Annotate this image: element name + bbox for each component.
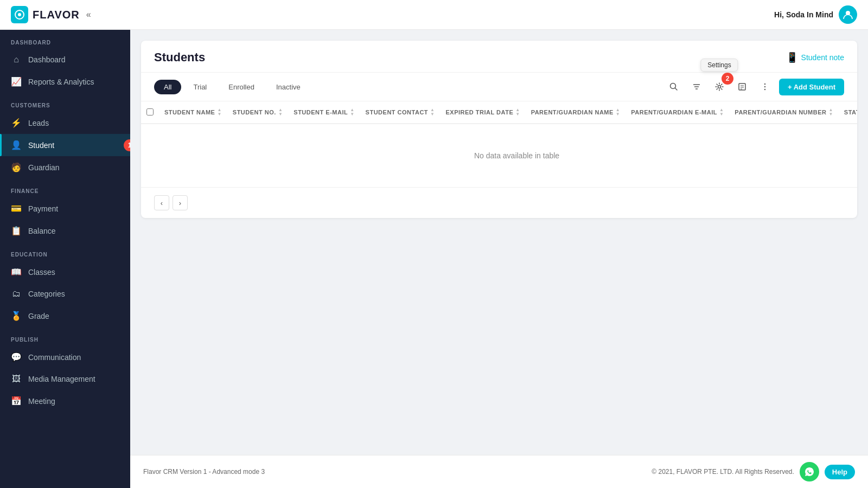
svg-point-8 bbox=[718, 86, 721, 88]
help-button[interactable]: Help bbox=[825, 465, 855, 479]
student-note-button[interactable]: 📱 Student note bbox=[786, 52, 844, 63]
balance-icon: 📋 bbox=[11, 226, 22, 236]
column-header-student-name[interactable]: STUDENT NAME ▲▼ bbox=[159, 101, 227, 124]
column-header-guardian-name[interactable]: PARENT/GUARDIAN NAME ▲▼ bbox=[526, 101, 626, 124]
sort-arrows-student-contact: ▲▼ bbox=[430, 108, 435, 117]
sidebar-item-label-balance: Balance bbox=[28, 227, 56, 235]
tab-enrolled[interactable]: Enrolled bbox=[219, 80, 264, 94]
sidebar-item-dashboard[interactable]: ⌂Dashboard bbox=[0, 49, 130, 70]
table-body: No data available in table bbox=[141, 124, 857, 187]
whatsapp-button[interactable] bbox=[800, 462, 819, 481]
add-student-button[interactable]: + Add Student bbox=[779, 79, 844, 95]
media-icon: 🖼 bbox=[11, 374, 22, 384]
tab-trial[interactable]: Trial bbox=[183, 80, 216, 94]
dashboard-icon: ⌂ bbox=[11, 55, 22, 65]
column-header-student-contact[interactable]: STUDENT CONTACT ▲▼ bbox=[360, 101, 441, 124]
guardian-icon: 🧑 bbox=[11, 162, 22, 172]
sidebar-item-payment[interactable]: 💳Payment bbox=[0, 197, 130, 220]
logo: FLAVOR bbox=[11, 6, 80, 23]
avatar[interactable] bbox=[839, 5, 857, 24]
sort-arrows-expired-trial: ▲▼ bbox=[515, 108, 520, 117]
note-icon: 📱 bbox=[786, 52, 798, 63]
page-area: Students 📱 Student note AllTrialEnrolled… bbox=[130, 30, 868, 455]
tab-inactive[interactable]: Inactive bbox=[266, 80, 310, 94]
svg-point-14 bbox=[764, 86, 765, 87]
filter-button[interactable] bbox=[688, 78, 705, 95]
top-navigation: FLAVOR « Hi, Soda In Mind bbox=[0, 0, 868, 30]
more-options-button[interactable] bbox=[756, 78, 774, 95]
student-icon: 👤 bbox=[11, 140, 22, 150]
sidebar-item-label-leads: Leads bbox=[28, 119, 49, 127]
sidebar-item-reports[interactable]: 📈Reports & Analytics bbox=[0, 70, 130, 93]
column-header-student-no[interactable]: STUDENT NO. ▲▼ bbox=[227, 101, 288, 124]
sidebar-item-communication[interactable]: 💬Communication bbox=[0, 346, 130, 368]
version-text: Flavor CRM Version 1 - Advanced mode 3 bbox=[143, 468, 265, 476]
sidebar-item-guardian[interactable]: 🧑Guardian bbox=[0, 156, 130, 178]
sort-arrows-student-no: ▲▼ bbox=[278, 108, 283, 117]
sidebar-item-label-classes: Classes bbox=[28, 268, 55, 277]
search-button[interactable] bbox=[665, 78, 682, 95]
next-page-button[interactable]: › bbox=[173, 195, 188, 210]
sidebar-item-label-payment: Payment bbox=[28, 204, 58, 213]
page-title: Students bbox=[154, 50, 205, 65]
collapse-button[interactable]: « bbox=[86, 10, 91, 20]
main-layout: DASHBOARD⌂Dashboard📈Reports & AnalyticsC… bbox=[0, 30, 868, 488]
column-header-status[interactable]: STATUS ▲▼ • bbox=[839, 101, 857, 124]
footer-right: © 2021, FLAVOR PTE. LTD. All Rights Rese… bbox=[652, 462, 855, 481]
column-header-expired-trial[interactable]: EXPIRED TRIAL DATE ▲▼ bbox=[441, 101, 526, 124]
sidebar-item-label-media: Media Management bbox=[28, 375, 95, 383]
sort-arrows-student-name: ▲▼ bbox=[217, 108, 221, 117]
sidebar-item-label-grade: Grade bbox=[28, 312, 49, 320]
settings-tooltip: Settings bbox=[700, 59, 738, 72]
categories-icon: 🗂 bbox=[11, 289, 22, 299]
tabs-actions: Settings 2 bbox=[665, 78, 844, 95]
sidebar-item-label-reports: Reports & Analytics bbox=[28, 78, 94, 86]
sidebar-item-student[interactable]: 👤Student1 bbox=[0, 134, 130, 156]
empty-row: No data available in table bbox=[141, 124, 857, 187]
sort-arrows-guardian-name: ▲▼ bbox=[616, 108, 620, 117]
sidebar-item-leads[interactable]: ⚡Leads bbox=[0, 112, 130, 134]
sort-arrows-guardian-number: ▲▼ bbox=[828, 108, 833, 117]
select-all-checkbox[interactable] bbox=[146, 108, 154, 115]
column-header-guardian-email[interactable]: PARENT/GUARDIAN E-MAIL ▲▼ bbox=[626, 101, 729, 124]
tabs: AllTrialEnrolledInactive bbox=[154, 80, 310, 94]
sidebar: DASHBOARD⌂Dashboard📈Reports & AnalyticsC… bbox=[0, 30, 130, 488]
sidebar-section-finance: FINANCE bbox=[0, 178, 130, 197]
sidebar-item-label-meeting: Meeting bbox=[28, 397, 55, 406]
svg-point-1 bbox=[18, 13, 21, 16]
students-card: Students 📱 Student note AllTrialEnrolled… bbox=[141, 41, 857, 218]
sidebar-item-media[interactable]: 🖼Media Management bbox=[0, 368, 130, 390]
svg-point-15 bbox=[764, 89, 765, 90]
sidebar-item-categories[interactable]: 🗂Categories bbox=[0, 283, 130, 305]
export-button[interactable] bbox=[733, 78, 751, 95]
sidebar-item-meeting[interactable]: 📅Meeting bbox=[0, 390, 130, 412]
sidebar-item-label-communication: Communication bbox=[28, 353, 81, 362]
reports-icon: 📈 bbox=[11, 76, 22, 87]
sidebar-section-publish: PUBLISH bbox=[0, 327, 130, 346]
nav-right: Hi, Soda In Mind bbox=[774, 5, 857, 24]
sidebar-item-label-dashboard: Dashboard bbox=[28, 55, 66, 64]
sidebar-item-label-categories: Categories bbox=[28, 290, 65, 298]
sidebar-item-label-student: Student bbox=[28, 141, 54, 150]
sidebar-item-balance[interactable]: 📋Balance bbox=[0, 220, 130, 242]
sidebar-section-education: EDUCATION bbox=[0, 242, 130, 261]
no-data-message: No data available in table bbox=[141, 124, 857, 187]
header-row: STUDENT NAME ▲▼ STUDENT NO. ▲▼ bbox=[141, 101, 857, 124]
checkbox-header bbox=[141, 101, 159, 124]
greeting-text: Hi, Soda In Mind bbox=[774, 10, 833, 19]
sidebar-section-dashboard: DASHBOARD bbox=[0, 30, 130, 49]
table-area: STUDENT NAME ▲▼ STUDENT NO. ▲▼ bbox=[141, 101, 857, 187]
sidebar-item-label-guardian: Guardian bbox=[28, 163, 60, 172]
card-header: Students 📱 Student note bbox=[141, 41, 857, 73]
pagination: ‹ › bbox=[141, 187, 857, 218]
sidebar-item-classes[interactable]: 📖Classes bbox=[0, 261, 130, 283]
column-header-guardian-number[interactable]: PARENT/GUARDIAN NUMBER ▲▼ bbox=[729, 101, 839, 124]
nav-left: FLAVOR « bbox=[11, 6, 91, 23]
tab-all[interactable]: All bbox=[154, 80, 181, 94]
communication-icon: 💬 bbox=[11, 352, 22, 362]
prev-page-button[interactable]: ‹ bbox=[154, 195, 169, 210]
settings-wrapper: Settings 2 bbox=[711, 78, 728, 95]
column-header-student-email[interactable]: STUDENT E-MAIL ▲▼ bbox=[288, 101, 360, 124]
badge-1: 1 bbox=[124, 139, 130, 151]
sidebar-item-grade[interactable]: 🏅Grade bbox=[0, 305, 130, 327]
